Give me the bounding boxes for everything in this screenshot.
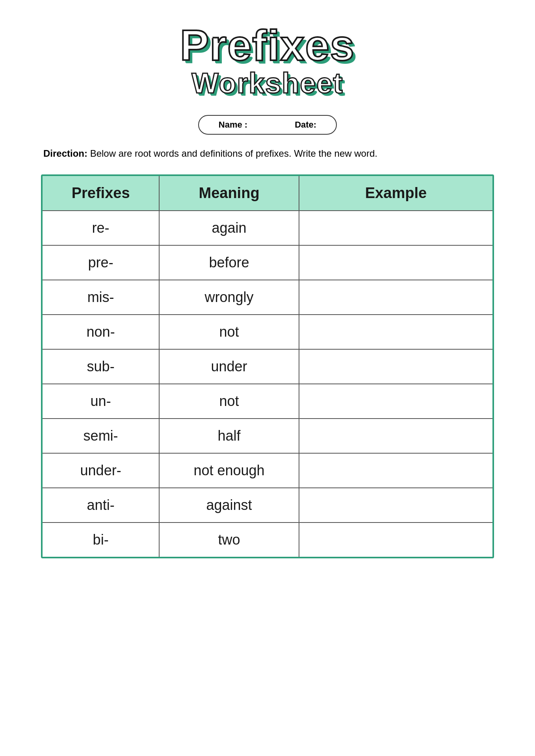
example-cell[interactable] (299, 453, 492, 488)
example-cell[interactable] (299, 211, 492, 245)
prefix-cell: bi- (43, 523, 159, 557)
name-date-box: Name : Date: (198, 115, 337, 135)
name-label: Name : (219, 120, 247, 130)
direction-body: Below are root words and definitions of … (87, 148, 377, 159)
meaning-cell: wrongly (159, 280, 299, 315)
table-row: sub-under (43, 349, 492, 384)
table-row: anti-against (43, 488, 492, 523)
table-header-row: Prefixes Meaning Example (43, 176, 492, 211)
example-cell[interactable] (299, 523, 492, 557)
table-row: mis-wrongly (43, 280, 492, 315)
header-meaning: Meaning (159, 176, 299, 211)
title-prefixes: Prefixes (180, 24, 355, 67)
table-row: bi-two (43, 523, 492, 557)
prefix-cell: mis- (43, 280, 159, 315)
meaning-cell: two (159, 523, 299, 557)
header-example: Example (299, 176, 492, 211)
meaning-cell: not enough (159, 453, 299, 488)
meaning-cell: half (159, 419, 299, 453)
direction-bold: Direction: (43, 148, 87, 159)
prefix-cell: non- (43, 315, 159, 349)
prefixes-table: Prefixes Meaning Example re-againpre-bef… (43, 176, 492, 557)
name-date-row: Name : Date: (198, 115, 337, 135)
prefix-cell: under- (43, 453, 159, 488)
table-row: re-again (43, 211, 492, 245)
prefix-cell: pre- (43, 245, 159, 280)
header-prefixes: Prefixes (43, 176, 159, 211)
direction-text: Direction: Below are root words and defi… (43, 146, 377, 161)
table-row: pre-before (43, 245, 492, 280)
prefix-cell: semi- (43, 419, 159, 453)
example-cell[interactable] (299, 245, 492, 280)
table-container: Prefixes Meaning Example re-againpre-bef… (41, 174, 494, 558)
meaning-cell: again (159, 211, 299, 245)
example-cell[interactable] (299, 280, 492, 315)
example-cell[interactable] (299, 419, 492, 453)
example-cell[interactable] (299, 488, 492, 523)
table-row: un-not (43, 384, 492, 419)
title-container: Prefixes Worksheet (180, 24, 355, 97)
example-cell[interactable] (299, 315, 492, 349)
prefix-cell: un- (43, 384, 159, 419)
meaning-cell: not (159, 384, 299, 419)
prefix-cell: re- (43, 211, 159, 245)
date-label: Date: (295, 120, 316, 130)
meaning-cell: against (159, 488, 299, 523)
title-worksheet: Worksheet (180, 69, 355, 97)
meaning-cell: under (159, 349, 299, 384)
example-cell[interactable] (299, 384, 492, 419)
prefix-cell: anti- (43, 488, 159, 523)
prefix-cell: sub- (43, 349, 159, 384)
meaning-cell: not (159, 315, 299, 349)
table-row: semi-half (43, 419, 492, 453)
example-cell[interactable] (299, 349, 492, 384)
meaning-cell: before (159, 245, 299, 280)
table-row: non-not (43, 315, 492, 349)
table-row: under-not enough (43, 453, 492, 488)
